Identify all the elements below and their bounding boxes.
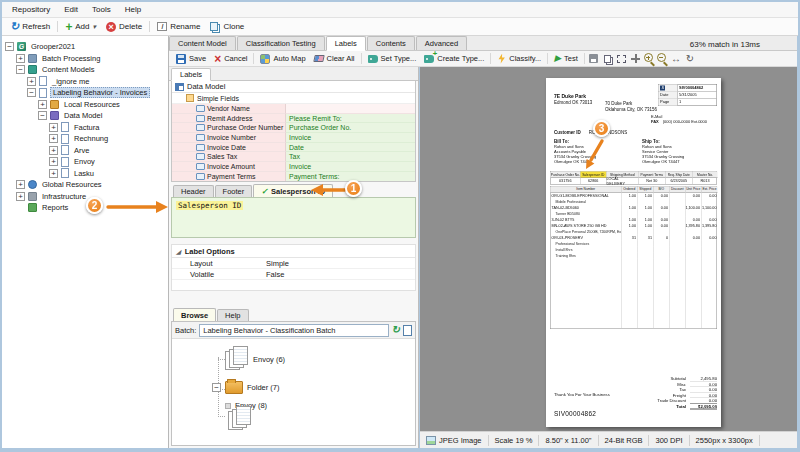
copy-image-button[interactable] bbox=[601, 52, 615, 65]
expand-icon[interactable] bbox=[49, 157, 58, 166]
rotate-button[interactable] bbox=[683, 52, 697, 65]
batch-item-folder-7[interactable]: Folder (7) bbox=[212, 381, 280, 394]
tab-help[interactable]: Help bbox=[217, 309, 248, 321]
expand-icon[interactable] bbox=[16, 192, 25, 201]
field-label-cell[interactable] bbox=[286, 104, 415, 114]
field-row-payment-terms[interactable]: Payment TermsPayment Terms: bbox=[172, 172, 415, 182]
tab-header[interactable]: Header bbox=[173, 185, 214, 197]
expand-icon[interactable] bbox=[49, 123, 58, 132]
field-row-invoice-number[interactable]: Invoice NumberInvoice bbox=[172, 133, 415, 143]
clear-all-button[interactable]: Clear All bbox=[310, 53, 359, 64]
eraser-icon bbox=[313, 55, 324, 62]
tree-item-data-model[interactable]: Data Model bbox=[2, 110, 168, 122]
batch-item-envoy-8[interactable]: Envoy (8) bbox=[225, 401, 267, 410]
tree-item-ignore-me[interactable]: _ignore me bbox=[2, 76, 168, 88]
field-label-cell[interactable]: Tax bbox=[286, 152, 415, 162]
cancel-button[interactable]: Cancel bbox=[210, 52, 251, 66]
tree-item-content-models[interactable]: Content Models bbox=[2, 64, 168, 76]
field-label-cell[interactable]: Purchase Order No. bbox=[286, 123, 415, 133]
field-label-cell[interactable]: Please Remit To: bbox=[286, 114, 415, 124]
invoice-logo-icon bbox=[660, 85, 665, 90]
save-image-button[interactable] bbox=[587, 52, 601, 65]
batch-open-icon[interactable] bbox=[403, 325, 412, 336]
callout-3: 3 bbox=[593, 120, 610, 137]
auto-map-button[interactable]: Auto Map bbox=[256, 53, 309, 65]
tab-contents[interactable]: Contents bbox=[367, 36, 415, 50]
collapse-icon[interactable] bbox=[16, 65, 25, 74]
tab-content-model[interactable]: Content Model bbox=[169, 36, 236, 50]
label-text-editor[interactable]: Salesperson ID bbox=[171, 197, 416, 238]
tree-item-local-resources[interactable]: Local Resources bbox=[2, 99, 168, 111]
tab-classification-testing[interactable]: Classification Testing bbox=[237, 36, 325, 50]
field-label-cell[interactable]: Invoice bbox=[286, 133, 415, 143]
viewer-canvas[interactable]: SIV00004862 Date5/31/2005 Page1 7E Duke … bbox=[420, 67, 797, 431]
tab-advanced[interactable]: Advanced bbox=[416, 36, 467, 50]
classify-button[interactable]: Classify... bbox=[493, 53, 545, 65]
add-button[interactable]: Add bbox=[60, 20, 101, 34]
expand-icon[interactable] bbox=[16, 54, 25, 63]
menu-tools[interactable]: Tools bbox=[85, 3, 118, 16]
select-region-button[interactable] bbox=[615, 52, 629, 65]
tree-item-batch-processing[interactable]: Batch Processing bbox=[2, 53, 168, 65]
menu-help[interactable]: Help bbox=[118, 3, 148, 16]
clone-button[interactable]: Clone bbox=[205, 21, 249, 32]
refresh-button[interactable]: Refresh bbox=[5, 20, 55, 33]
tab-footer[interactable]: Footer bbox=[215, 185, 253, 197]
po-cell: R013 bbox=[693, 178, 718, 184]
zoom-out-button[interactable] bbox=[656, 52, 669, 65]
tab-browse[interactable]: Browse bbox=[173, 308, 216, 321]
expand-icon[interactable] bbox=[49, 134, 58, 143]
option-value[interactable]: False bbox=[262, 270, 415, 279]
zoom-in-button[interactable] bbox=[643, 52, 656, 65]
tree-item-grooper2021[interactable]: Grooper2021 bbox=[2, 41, 168, 53]
expand-icon[interactable] bbox=[16, 180, 25, 189]
field-row-vendor-name[interactable]: Vendor Name bbox=[172, 104, 415, 114]
save-button[interactable]: Save bbox=[172, 53, 210, 65]
field-row-purchase-order-number[interactable]: Purchase Order NumberPurchase Order No. bbox=[172, 123, 415, 133]
tree-item-envoy[interactable]: Envoy bbox=[2, 156, 168, 168]
create-type-button[interactable]: Create Type... bbox=[420, 53, 488, 64]
delete-button[interactable]: Delete bbox=[101, 21, 147, 33]
document-page[interactable]: SIV00004862 Date5/31/2005 Page1 7E Duke … bbox=[546, 78, 721, 427]
status-text: 24-Bit RGB bbox=[605, 436, 643, 445]
grid-row-data-model[interactable]: Data Model bbox=[172, 81, 415, 93]
tree-item-arve[interactable]: Arve bbox=[2, 145, 168, 157]
tree-item-infrastructure[interactable]: Infrastructure bbox=[2, 191, 168, 203]
field-label-cell[interactable]: Date bbox=[286, 143, 415, 153]
pan-button[interactable] bbox=[629, 52, 643, 65]
field-row-remit-address[interactable]: Remit AddressPlease Remit To: bbox=[172, 114, 415, 124]
batch-refresh-icon[interactable] bbox=[392, 325, 400, 335]
field-label-cell[interactable]: Invoice bbox=[286, 162, 415, 172]
collapse-icon[interactable] bbox=[5, 42, 14, 51]
expand-icon[interactable] bbox=[38, 100, 47, 109]
field-name-cell: Sales Tax bbox=[172, 152, 286, 162]
batch-combo[interactable]: Labeling Behavior - Classification Batch bbox=[199, 324, 388, 337]
field-row-sales-tax[interactable]: Sales TaxTax bbox=[172, 152, 415, 162]
batch-item-envoy-6[interactable]: Envoy (6) bbox=[225, 346, 285, 372]
tree-item-rechnung[interactable]: Rechnung bbox=[2, 133, 168, 145]
tree-item-lasku[interactable]: Lasku bbox=[2, 168, 168, 180]
rename-button[interactable]: Rename bbox=[152, 21, 205, 32]
tree-item-factura[interactable]: Factura bbox=[2, 122, 168, 134]
expand-icon[interactable] bbox=[27, 77, 36, 86]
field-row-invoice-amount[interactable]: Invoice AmountInvoice bbox=[172, 162, 415, 172]
expand-icon[interactable] bbox=[49, 169, 58, 178]
tab-labels[interactable]: Labels bbox=[326, 36, 366, 51]
set-type-button[interactable]: Set Type... bbox=[364, 53, 421, 64]
collapse-icon[interactable] bbox=[27, 88, 36, 97]
tree-item-global-resources[interactable]: Global Resources bbox=[2, 179, 168, 191]
tab-salesperson-id[interactable]: Salesperson ID bbox=[253, 184, 333, 197]
field-row-invoice-date[interactable]: Invoice DateDate bbox=[172, 143, 415, 153]
labels-subtab[interactable]: Labels bbox=[171, 68, 211, 81]
collapse-icon[interactable] bbox=[212, 383, 221, 392]
test-button[interactable]: Test bbox=[550, 53, 582, 64]
collapse-icon[interactable] bbox=[38, 111, 47, 120]
tree-item-reports[interactable]: Reports bbox=[2, 202, 168, 214]
menu-repository[interactable]: Repository bbox=[5, 3, 57, 16]
menu-edit[interactable]: Edit bbox=[57, 3, 85, 16]
grid-row-simple-fields[interactable]: Simple Fields bbox=[172, 93, 415, 104]
option-value[interactable]: Simple bbox=[262, 259, 415, 268]
expand-icon[interactable] bbox=[49, 146, 58, 155]
tree-item-labeling-behavior-invoices[interactable]: Labeling Behavior - Invoices bbox=[2, 87, 168, 99]
fit-width-button[interactable] bbox=[669, 52, 683, 65]
